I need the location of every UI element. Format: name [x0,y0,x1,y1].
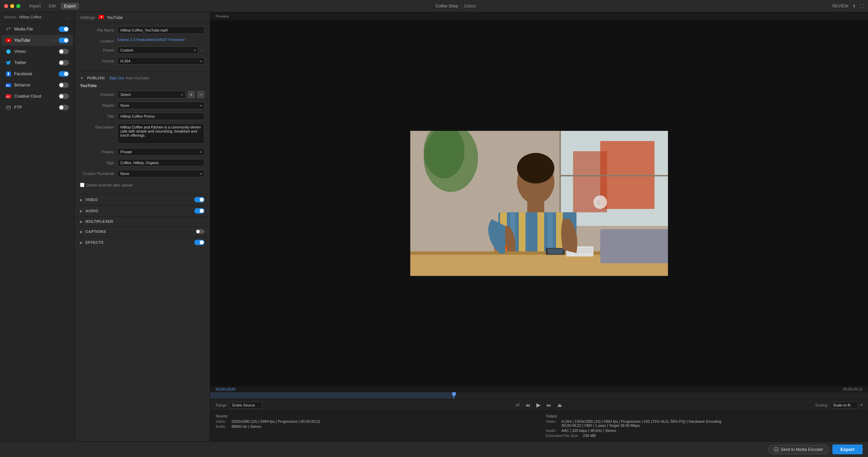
sidebar-label-creative-cloud: Creative Cloud [14,94,59,99]
facebook-toggle[interactable] [59,71,69,77]
channel-select[interactable]: Select [117,91,185,98]
twitter-toggle[interactable] [59,60,69,65]
tags-input[interactable] [117,159,204,166]
review-label[interactable]: REVIEW [832,4,848,8]
youtube-toggle[interactable] [59,38,69,43]
sidebar-item-media-file[interactable]: Media File [1,24,73,35]
description-textarea[interactable]: Hilltop Coffee and Kitchen is a communit… [117,123,204,144]
channel-remove-button[interactable]: − [197,91,204,98]
settings-yt-icon [99,15,104,20]
multiplexer-collapse-header[interactable]: ▶ MULTIPLEXER [75,217,210,226]
expand-icon[interactable]: ⛶ [860,4,864,8]
behance-toggle[interactable] [59,82,69,88]
sidebar-item-youtube[interactable]: YouTube ··· [1,35,73,46]
output-audio-row: Audio: AAC | 320 kbps | 48 kHz | Stereo [546,429,863,433]
filename-input[interactable] [117,26,204,34]
filesize-value: 236 MB [583,434,596,438]
audio-toggle[interactable] [194,208,204,214]
video-label: VIDEO [85,198,194,202]
preset-more-button[interactable]: ··· [200,47,204,53]
youtube-more-button[interactable]: ··· [54,38,57,42]
playlist-label: Playlist [80,102,114,107]
thumbnail-select-wrap: None [117,170,204,177]
ftp-toggle[interactable] [59,105,69,110]
export-button[interactable]: Export [832,444,863,454]
mark-in-button[interactable]: ⏎ [514,402,521,409]
playback-controls: ⏎ ⏮ ▶ ⏭ ⏏ [265,401,812,409]
video-toggle[interactable] [194,197,204,202]
sidebar-item-ftp[interactable]: FTP [1,102,73,113]
youtube-icon [5,37,12,43]
delete-local-checkbox[interactable] [80,183,84,187]
nav-edit[interactable]: Edit [45,3,59,9]
form-row-tags: Tags [80,159,204,166]
filesize-label: Estimated File Size: [546,434,579,438]
audio-section: ▶ AUDIO [75,205,210,216]
svg-text:Cc: Cc [6,96,9,98]
range-select[interactable]: Entire Source [229,402,262,409]
top-nav: Import Edit Export [26,3,79,9]
channel-add-button[interactable]: + [188,91,195,98]
privacy-select-wrap: Private Public Unlisted [117,148,204,156]
step-forward-button[interactable]: ⏭ [545,402,553,409]
video-collapse-header[interactable]: ▶ VIDEO [75,194,210,205]
top-bar: Import Edit Export Coffee Shop - Edited … [0,0,868,12]
minimize-button[interactable] [10,4,14,8]
source-audio-row: Audio: 48000 Hz | Stereo [216,424,532,429]
twitter-icon [5,60,12,66]
format-select[interactable]: H.264 [117,57,204,65]
location-link[interactable]: /Users/.2.3 Featurette/UXR/07 Premiere/ [117,38,185,42]
title-field-label: Title [80,113,114,118]
form-row-thumbnail: Custom Thumbnail None [80,170,204,177]
captions-label: CAPTIONS [85,230,196,234]
sidebar-label-vimeo: Vimeo [14,49,59,54]
mark-out-button[interactable]: ⏏ [556,402,563,409]
sidebar-item-twitter[interactable]: Twitter [1,57,73,68]
playlist-select[interactable]: None [117,102,204,109]
output-video-value: H.264 | 1920x1080 (10) | 5994 fps | Prog… [561,419,722,428]
form-row-location: Location /Users/.2.3 Featurette/UXR/07 P… [80,37,204,43]
effects-toggle[interactable] [194,240,204,245]
location-label: Location [80,37,114,43]
sidebar-item-facebook[interactable]: Facebook [1,68,73,79]
delete-local-row: Delete local file after upload [80,181,204,189]
sidebar-item-vimeo[interactable]: v Vimeo [1,46,73,57]
source-more-button[interactable]: ... [67,15,70,19]
nav-export[interactable]: Export [61,3,79,9]
sidebar-label-twitter: Twitter [14,60,59,65]
timecode-total: 00;00;49;22 [843,387,863,391]
timeline-playhead [454,392,454,399]
sign-out-button[interactable]: Sign Out [110,76,124,80]
close-button[interactable] [4,4,8,8]
description-control: Hilltop Coffee and Kitchen is a communit… [117,123,204,145]
play-button[interactable]: ▶ [535,401,542,409]
share-icon[interactable]: ⬆ [852,4,856,8]
settings-header: Settings: YouTube [75,12,210,23]
privacy-select[interactable]: Private Public Unlisted [117,148,204,156]
output-audio-value: AAC | 320 kbps | 48 kHz | Stereo [561,429,616,433]
effects-collapse-header[interactable]: ▶ EFFECTS [75,237,210,248]
send-to-encoder-button[interactable]: AME Send to Media Encoder [768,445,829,454]
playlist-select-wrap: None [117,102,204,109]
sidebar-item-behance[interactable]: Bē Behance [1,80,73,91]
media-file-toggle[interactable] [59,26,69,32]
audio-collapse-header[interactable]: ▶ AUDIO [75,205,210,216]
scaling-select[interactable]: Scale to fit 100% 50% [830,402,858,409]
timeline-bar[interactable] [210,392,868,399]
captions-toggle[interactable] [196,229,204,234]
title-input[interactable] [117,113,204,120]
video-preview: (( [210,21,868,386]
sidebar-item-creative-cloud[interactable]: Cc Creative Cloud [1,91,73,102]
captions-collapse-header[interactable]: ▶ CAPTIONS [75,226,210,237]
maximize-button[interactable] [16,4,20,8]
preview-area: Preview [210,12,868,441]
preset-select[interactable]: Custom [117,46,198,54]
effects-chevron-icon: ▶ [80,241,83,244]
nav-import[interactable]: Import [26,3,44,9]
sidebar-list: Media File YouTube ··· [0,22,74,115]
vimeo-toggle[interactable] [59,49,69,54]
creative-cloud-toggle[interactable] [59,94,69,99]
step-back-button[interactable]: ⏮ [524,402,532,409]
cc-icon: Cc [5,93,12,99]
thumbnail-select[interactable]: None [117,170,204,177]
